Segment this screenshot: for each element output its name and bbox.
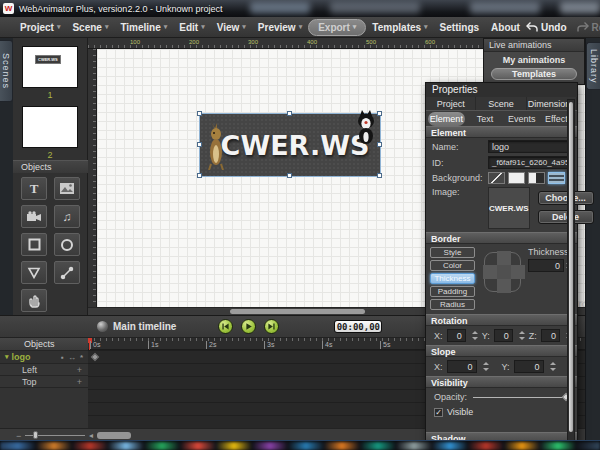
image-tool-button[interactable]	[54, 177, 80, 200]
rotation-y-input[interactable]: 0	[494, 329, 513, 342]
background-image-button[interactable]	[548, 172, 565, 184]
skip-forward-button[interactable]	[264, 319, 279, 334]
properties-scrollbar[interactable]	[567, 99, 575, 442]
scroll-left-icon[interactable]: ◂	[89, 431, 93, 440]
menu-preview[interactable]: Preview▾	[252, 20, 308, 35]
camera-icon[interactable]: ▪	[61, 353, 64, 362]
thickness-input[interactable]: 0	[528, 259, 564, 272]
scrollbar-thumb[interactable]	[230, 309, 365, 314]
tab-events[interactable]: Events	[504, 112, 541, 126]
tab-element[interactable]: Element	[428, 112, 465, 126]
menu-about[interactable]: About	[485, 20, 526, 35]
track-label: logo	[12, 352, 31, 362]
scene-thumbnail-2[interactable]	[22, 106, 78, 148]
background-label: Background:	[432, 173, 488, 183]
scrollbar-thumb[interactable]	[569, 102, 573, 432]
menu-export[interactable]: Export▾	[308, 19, 366, 36]
audio-tool-button[interactable]: ♫	[54, 205, 80, 228]
border-thickness-button[interactable]: Thickness	[430, 273, 475, 284]
border-color-button[interactable]: Color	[430, 260, 475, 271]
selection-handle[interactable]	[287, 173, 292, 178]
selection-handle[interactable]	[197, 142, 202, 147]
text-tool-button[interactable]: T	[21, 177, 47, 200]
choose-image-button[interactable]: Choose...	[538, 191, 594, 205]
border-padding-button[interactable]: Padding	[430, 286, 475, 297]
arrows-icon[interactable]: ↔	[68, 353, 76, 362]
track-row-logo[interactable]: ▾ logo ▪ ↔ *	[0, 351, 88, 364]
menu-project[interactable]: Project▾	[14, 20, 66, 35]
my-animations-tab[interactable]: My animations	[484, 52, 584, 65]
slope-x-input[interactable]: 0	[447, 360, 477, 373]
selection-handle[interactable]	[197, 173, 202, 178]
ruler-label: 5s	[380, 341, 390, 349]
video-tool-button[interactable]	[21, 205, 47, 228]
id-field[interactable]: _f6faf91c_6260_4a95_b0f1	[488, 156, 572, 169]
ellipse-tool-button[interactable]	[54, 233, 80, 256]
tab-scene[interactable]: Scene	[476, 97, 526, 110]
slope-x-label: X:	[434, 362, 443, 372]
tab-scenes[interactable]: Scenes	[0, 40, 13, 102]
opacity-slider[interactable]	[473, 397, 569, 398]
border-left-cell[interactable]	[483, 265, 497, 279]
expander-icon[interactable]: ▾	[5, 353, 9, 361]
border-bottom-cell[interactable]	[497, 279, 511, 293]
name-field[interactable]: logo	[488, 140, 572, 153]
element-section-header: Element	[426, 126, 577, 138]
selection-handle[interactable]	[377, 111, 382, 116]
hand-tool-button[interactable]	[21, 289, 47, 312]
border-right-cell[interactable]	[511, 265, 525, 279]
menu-edit[interactable]: Edit▾	[173, 20, 210, 35]
undo-button[interactable]: Undo	[526, 22, 567, 33]
selection-handle[interactable]	[377, 173, 382, 178]
border-sides-selector[interactable]	[481, 249, 524, 295]
tab-text[interactable]: Text	[467, 112, 504, 126]
skip-back-button[interactable]	[218, 319, 233, 334]
menu-scene[interactable]: Scene▾	[66, 20, 114, 35]
border-radius-button[interactable]: Radius	[430, 299, 475, 310]
menu-timeline[interactable]: Timeline▾	[114, 20, 173, 35]
menu-view[interactable]: View▾	[211, 20, 252, 35]
line-tool-button[interactable]	[54, 261, 80, 284]
delete-image-button[interactable]: Delete	[538, 210, 594, 224]
background-solid-button[interactable]	[508, 172, 525, 184]
tab-library[interactable]: Library	[586, 42, 600, 90]
repeat-button[interactable]: Repeat	[577, 22, 600, 33]
windows-taskbar[interactable]	[0, 440, 600, 450]
border-center-cell[interactable]	[497, 265, 511, 279]
track-row-left[interactable]: Left +	[0, 364, 88, 376]
menu-templates[interactable]: Templates▾	[366, 20, 433, 35]
menu-settings[interactable]: Settings	[434, 20, 485, 35]
slope-x-stepper[interactable]	[481, 360, 490, 373]
selection-handle[interactable]	[287, 111, 292, 116]
rotation-y-stepper[interactable]	[517, 329, 525, 342]
slope-y-input[interactable]: 0	[514, 360, 544, 373]
scenes-tab-label: Scenes	[1, 53, 11, 89]
slope-y-stepper[interactable]	[548, 360, 557, 373]
rotation-x-stepper[interactable]	[470, 329, 478, 342]
selected-logo-element[interactable]: CWER.WS	[200, 114, 380, 176]
selection-handle[interactable]	[377, 142, 382, 147]
line-icon	[60, 266, 74, 280]
keyframe-diamond[interactable]	[91, 353, 99, 361]
background-gradient-button[interactable]	[528, 172, 545, 184]
background-none-button[interactable]	[488, 172, 505, 184]
visible-checkbox[interactable]: ✓	[434, 408, 443, 417]
gear-icon[interactable]: *	[80, 353, 83, 362]
triangle-tool-button[interactable]	[21, 261, 47, 284]
name-label: Name:	[432, 142, 488, 152]
scene-thumbnail-1[interactable]: CWER.WS	[22, 46, 78, 88]
border-top-cell[interactable]	[497, 251, 511, 265]
add-keyframe-icon[interactable]: +	[77, 365, 88, 375]
track-row-top[interactable]: Top +	[0, 376, 88, 388]
rectangle-tool-button[interactable]	[21, 233, 47, 256]
zoom-slider-knob[interactable]	[33, 431, 38, 439]
rotation-x-input[interactable]: 0	[447, 329, 466, 342]
rotation-z-input[interactable]: 0	[541, 329, 560, 342]
add-keyframe-icon[interactable]: +	[77, 377, 88, 387]
tab-project[interactable]: Project	[426, 97, 476, 110]
timeline-scrollbar-thumb[interactable]	[97, 432, 131, 439]
border-style-button[interactable]: Style	[430, 247, 475, 258]
selection-handle[interactable]	[197, 111, 202, 116]
templates-button[interactable]: Templates	[491, 68, 577, 80]
play-button[interactable]	[241, 319, 256, 334]
